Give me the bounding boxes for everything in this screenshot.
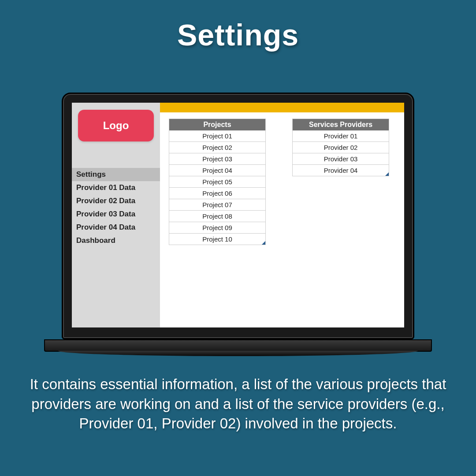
table-row[interactable]: Project 08	[169, 211, 265, 222]
sidebar-item-dashboard[interactable]: Dashboard	[72, 234, 160, 247]
table-row[interactable]: Project 02	[169, 142, 265, 153]
table-row[interactable]: Project 09	[169, 222, 265, 234]
logo-badge[interactable]: Logo	[78, 110, 154, 141]
page-title: Settings	[0, 0, 476, 52]
providers-table: Services Providers Provider 01 Provider …	[292, 119, 389, 176]
table-row[interactable]: Project 01	[169, 130, 265, 142]
table-row[interactable]: Provider 03	[293, 153, 389, 165]
table-row[interactable]: Project 05	[169, 176, 265, 188]
providers-header: Services Providers	[293, 119, 389, 130]
laptop-base	[44, 339, 432, 352]
projects-header: Projects	[169, 119, 265, 130]
table-row[interactable]: Provider 04	[293, 165, 389, 176]
laptop-screen-frame: Logo Settings Provider 01 Data Provider …	[62, 93, 414, 339]
table-row[interactable]: Provider 01	[293, 130, 389, 142]
projects-table: Projects Project 01 Project 02 Project 0…	[169, 119, 266, 245]
sidebar-item-provider-02-data[interactable]: Provider 02 Data	[72, 194, 160, 208]
laptop-mockup: Logo Settings Provider 01 Data Provider …	[62, 93, 414, 352]
sidebar-item-provider-04-data[interactable]: Provider 04 Data	[72, 221, 160, 234]
sidebar-item-provider-03-data[interactable]: Provider 03 Data	[72, 208, 160, 221]
table-row[interactable]: Project 06	[169, 188, 265, 199]
table-row[interactable]: Project 03	[169, 153, 265, 165]
sidebar: Logo Settings Provider 01 Data Provider …	[72, 103, 160, 327]
table-row[interactable]: Provider 02	[293, 142, 389, 153]
table-row[interactable]: Project 04	[169, 165, 265, 176]
table-row[interactable]: Project 10	[169, 234, 265, 245]
table-row[interactable]: Project 07	[169, 199, 265, 211]
sidebar-nav: Settings Provider 01 Data Provider 02 Da…	[72, 168, 160, 247]
main-content: Projects Project 01 Project 02 Project 0…	[160, 112, 404, 327]
app-screen: Logo Settings Provider 01 Data Provider …	[72, 103, 404, 327]
sidebar-item-settings[interactable]: Settings	[72, 168, 160, 181]
top-accent-bar	[160, 103, 404, 112]
description-text: It contains essential information, a lis…	[18, 375, 458, 434]
sidebar-item-provider-01-data[interactable]: Provider 01 Data	[72, 181, 160, 194]
